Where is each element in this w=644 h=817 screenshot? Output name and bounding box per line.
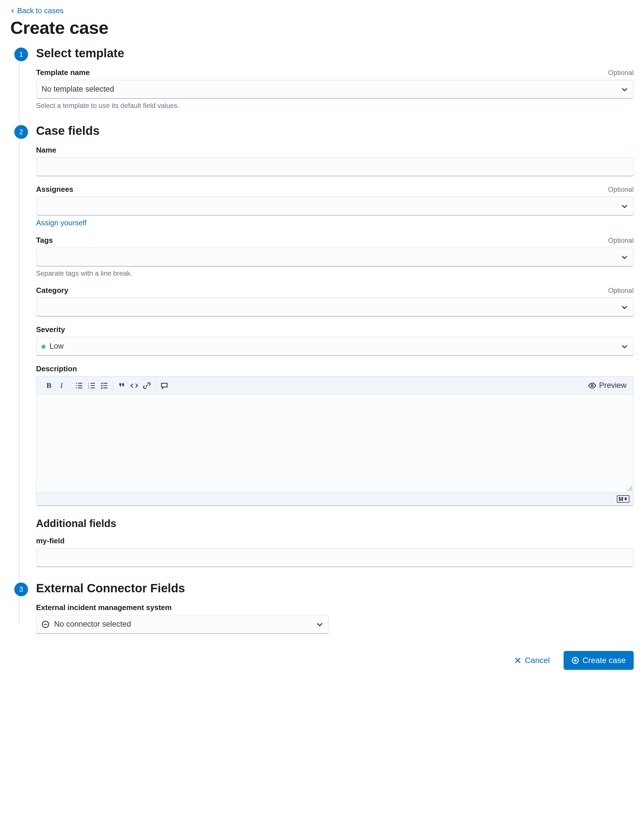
cancel-button[interactable]: Cancel <box>506 651 558 670</box>
assignees-label: Assignees <box>36 185 73 194</box>
editor-toolbar: B I 123 <box>36 376 633 395</box>
category-select[interactable] <box>36 298 634 317</box>
my-field-label: my-field <box>36 536 65 545</box>
tags-optional: Optional <box>608 236 634 244</box>
connector-label: External incident management system <box>36 603 172 612</box>
preview-label: Preview <box>599 381 627 390</box>
close-icon <box>514 657 521 664</box>
template-name-help: Select a template to use its default fie… <box>36 102 634 110</box>
form-footer: Cancel Create case <box>10 651 634 670</box>
field-my-field: my-field <box>36 536 634 567</box>
eye-icon <box>588 382 596 389</box>
quote-button[interactable] <box>116 380 127 391</box>
bold-button[interactable]: B <box>43 380 55 391</box>
page-title: Create case <box>10 17 634 38</box>
minus-circle-icon <box>41 620 49 628</box>
assignees-optional: Optional <box>608 185 634 193</box>
additional-fields-title: Additional fields <box>36 518 634 530</box>
category-label: Category <box>36 286 68 295</box>
back-to-cases-label: Back to cases <box>17 6 64 15</box>
field-description: Description B I <box>36 365 634 506</box>
my-field-input[interactable] <box>36 548 634 567</box>
resize-handle-icon <box>627 486 632 491</box>
connector-value: No connector selected <box>54 620 131 628</box>
name-label: Name <box>36 146 57 155</box>
assign-yourself-link[interactable]: Assign yourself <box>36 218 86 227</box>
name-input[interactable] <box>36 158 634 176</box>
template-name-value: No template selected <box>41 85 621 94</box>
step-external-connector: 3 External Connector Fields External inc… <box>36 581 634 634</box>
template-name-select[interactable]: No template selected <box>36 80 634 99</box>
svg-point-15 <box>591 385 593 386</box>
step-badge-3: 3 <box>14 582 28 596</box>
assignees-select[interactable] <box>36 197 634 216</box>
field-severity: Severity Low <box>36 325 634 356</box>
description-label: Description <box>36 365 77 373</box>
create-case-label: Create case <box>583 656 626 665</box>
italic-button[interactable]: I <box>56 380 67 391</box>
chevron-down-icon <box>621 343 628 350</box>
chevron-down-icon <box>621 253 628 261</box>
step-badge-2: 2 <box>14 125 28 139</box>
step-select-template: 1 Select template Template name Optional… <box>36 46 634 110</box>
severity-select[interactable]: Low <box>36 337 634 356</box>
step3-title: External Connector Fields <box>36 581 634 595</box>
template-name-label: Template name <box>36 68 90 77</box>
comment-button[interactable] <box>159 380 170 391</box>
step-case-fields: 2 Case fields Name Assignees Optional <box>36 124 634 567</box>
severity-dot-icon <box>41 345 46 349</box>
chevron-down-icon <box>621 202 628 210</box>
editor-footer: M <box>36 492 633 506</box>
ordered-list-button[interactable]: 123 <box>86 380 97 391</box>
description-textarea[interactable] <box>36 395 633 492</box>
template-name-optional: Optional <box>608 69 634 77</box>
chevron-down-icon <box>621 304 628 311</box>
svg-text:3: 3 <box>88 387 89 389</box>
link-button[interactable] <box>141 380 153 391</box>
svg-point-2 <box>76 385 77 386</box>
code-button[interactable] <box>129 380 140 391</box>
field-template-name: Template name Optional No template selec… <box>36 68 634 110</box>
steps-progress-line <box>19 54 20 624</box>
severity-label: Severity <box>36 325 65 334</box>
severity-value-wrap: Low <box>41 342 621 351</box>
field-assignees: Assignees Optional Assign yourself <box>36 185 634 227</box>
cancel-label: Cancel <box>525 656 550 665</box>
tags-label: Tags <box>36 236 53 245</box>
chevron-left-icon <box>10 8 15 14</box>
plus-circle-icon <box>572 657 579 664</box>
step2-title: Case fields <box>36 124 634 138</box>
svg-point-4 <box>76 387 77 388</box>
severity-value: Low <box>49 342 64 350</box>
connector-select[interactable]: No connector selected <box>36 615 329 634</box>
back-to-cases-link[interactable]: Back to cases <box>10 6 64 15</box>
preview-button[interactable]: Preview <box>585 379 629 392</box>
create-case-button[interactable]: Create case <box>564 651 634 670</box>
description-editor: B I 123 <box>36 376 634 506</box>
markdown-icon: M <box>617 495 629 503</box>
field-tags: Tags Optional Separate tags with a line … <box>36 236 634 277</box>
category-optional: Optional <box>608 287 634 294</box>
svg-point-0 <box>76 383 77 383</box>
unordered-list-button[interactable] <box>73 380 85 391</box>
checklist-button[interactable] <box>98 380 110 391</box>
field-category: Category Optional <box>36 286 634 317</box>
tags-help: Separate tags with a line break. <box>36 269 634 277</box>
step1-title: Select template <box>36 46 634 60</box>
chevron-down-icon <box>621 86 628 93</box>
step-badge-1: 1 <box>14 48 28 61</box>
field-connector: External incident management system No c… <box>36 603 634 634</box>
chevron-down-icon <box>316 621 324 628</box>
field-name: Name <box>36 146 634 176</box>
tags-select[interactable] <box>36 248 634 267</box>
